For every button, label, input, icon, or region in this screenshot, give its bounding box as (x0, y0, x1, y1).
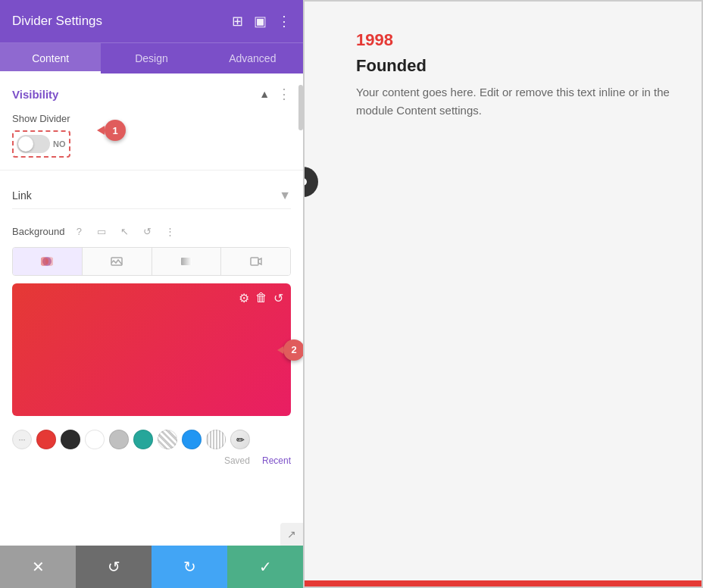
link-header: Link ▼ (12, 183, 291, 208)
annotation-badge-2: 2 (283, 339, 303, 361)
divider-1 (0, 170, 303, 170)
redo-button[interactable]: ↻ (152, 546, 227, 588)
bg-cursor-icon[interactable]: ↖ (116, 223, 133, 239)
panel-title: Divider Settings (12, 14, 102, 29)
timeline-dot (303, 167, 318, 197)
dashed-highlight: NO (12, 130, 70, 158)
annotation-badge-1: 1 (105, 120, 126, 141)
bg-type-color[interactable] (13, 248, 83, 275)
saved-recent-row: Saved Recent (12, 454, 291, 472)
link-expand-icon[interactable]: ▼ (279, 189, 291, 202)
bg-header: Background ? ▭ ↖ ↺ ⋮ (12, 217, 291, 247)
bg-type-image[interactable] (83, 248, 152, 275)
swatch-white[interactable] (85, 430, 105, 449)
extra-icon[interactable]: ↗ (280, 523, 303, 546)
more-icon[interactable]: ⋮ (277, 13, 291, 30)
year-label: 1998 (356, 30, 680, 50)
color-swatches: ··· ✏ (12, 425, 291, 454)
swatch-black[interactable] (61, 430, 80, 449)
divider-2 (12, 208, 291, 209)
toggle-state-label: NO (53, 139, 66, 149)
saved-label: Saved (224, 455, 250, 466)
color-preview-wrapper: ⚙ 🗑 ↺ 2 (12, 283, 291, 416)
show-divider-label: Show Divider (12, 113, 291, 124)
visibility-section: Visibility ▲ ⋮ Show Divider NO 1 (0, 74, 303, 158)
background-section: Background ? ▭ ↖ ↺ ⋮ (0, 217, 303, 472)
cancel-button[interactable]: ✕ (0, 546, 76, 588)
timeline-dot-inner (303, 178, 307, 186)
visibility-header: Visibility ▲ ⋮ (12, 86, 291, 102)
bottom-toolbar: ✕ ↺ ↻ ✓ (0, 546, 303, 588)
panel-header: Divider Settings ⊞ ▣ ⋮ (0, 0, 303, 42)
toggle-row: NO 1 (12, 130, 291, 158)
collapse-icon[interactable]: ▲ (259, 88, 270, 100)
bg-type-row (12, 247, 291, 276)
swatch-pattern2[interactable] (206, 430, 226, 449)
color-preview: ⚙ 🗑 ↺ (12, 283, 291, 416)
save-button[interactable]: ✓ (227, 546, 303, 588)
swatch-red[interactable] (36, 430, 56, 449)
refresh-icon[interactable]: ↺ (273, 291, 283, 305)
options-icon[interactable]: ⋮ (277, 86, 291, 102)
link-section: Link ▼ (0, 183, 303, 217)
link-title: Link (12, 189, 32, 202)
swatch-pattern[interactable] (158, 430, 177, 449)
recent-button[interactable]: Recent (262, 455, 291, 466)
svg-rect-5 (251, 258, 258, 265)
bg-more-icon[interactable]: ⋮ (161, 223, 178, 239)
content-card: 1998 Founded Your content goes here. Edi… (333, 8, 703, 142)
bg-label: Background (12, 226, 64, 237)
svg-rect-4 (181, 258, 192, 265)
tab-content[interactable]: Content (0, 43, 101, 74)
bg-help-icon[interactable]: ? (70, 223, 87, 239)
tab-advanced[interactable]: Advanced (202, 43, 303, 74)
header-icons: ⊞ ▣ ⋮ (232, 13, 291, 30)
bg-tablet-icon[interactable]: ▭ (93, 223, 110, 239)
settings-icon[interactable]: ⚙ (239, 291, 249, 305)
red-divider-bar (303, 580, 703, 588)
preview-area: 1998 Founded Your content goes here. Edi… (303, 0, 703, 588)
grid-icon[interactable]: ⊞ (232, 13, 243, 30)
color-preview-icons: ⚙ 🗑 ↺ (239, 291, 283, 305)
layout-icon[interactable]: ▣ (254, 13, 267, 30)
badge-2-wrapper: 2 (283, 339, 303, 361)
toggle-knob (18, 136, 33, 152)
bg-type-video[interactable] (221, 248, 290, 275)
founded-label: Founded (356, 56, 680, 76)
swatch-teal[interactable] (133, 430, 153, 449)
tabs-bar: Content Design Advanced (0, 42, 303, 74)
show-divider-toggle[interactable] (17, 135, 50, 153)
content-body: Your content goes here. Edit or remove t… (356, 83, 680, 120)
bg-undo-icon[interactable]: ↺ (139, 223, 155, 239)
swatch-gray[interactable] (109, 430, 129, 449)
tab-design[interactable]: Design (101, 43, 202, 74)
right-panel: 1998 Founded Your content goes here. Edi… (303, 0, 703, 588)
swatch-blue[interactable] (182, 430, 202, 449)
visibility-title: Visibility (12, 88, 58, 101)
trash-icon[interactable]: 🗑 (255, 291, 267, 305)
left-panel: Divider Settings ⊞ ▣ ⋮ Content Design Ad… (0, 0, 303, 588)
reset-button[interactable]: ↺ (76, 546, 152, 588)
bg-type-gradient[interactable] (152, 248, 222, 275)
section-header-icons: ▲ ⋮ (259, 86, 291, 102)
more-swatches-btn[interactable]: ··· (12, 430, 32, 449)
swatch-pen[interactable]: ✏ (230, 430, 250, 449)
